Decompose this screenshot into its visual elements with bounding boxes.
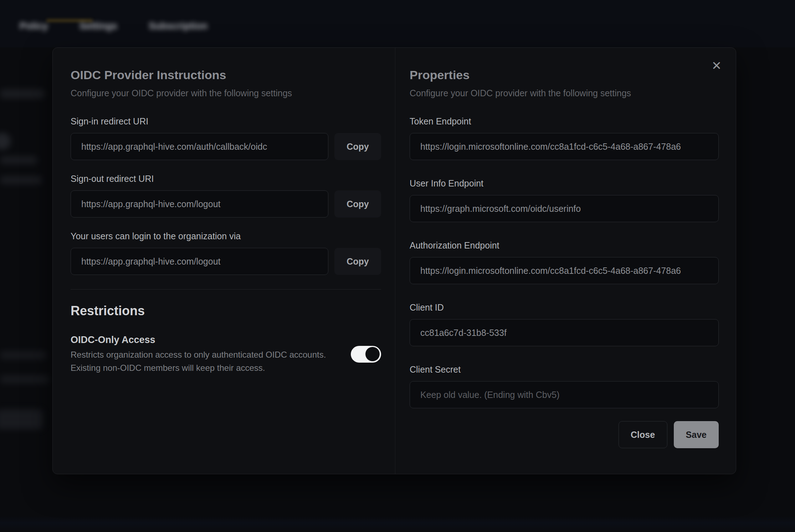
tab-policy[interactable]: Policy bbox=[20, 21, 48, 32]
signin-redirect-label: Sign-in redirect URI bbox=[71, 116, 381, 127]
properties-title: Properties bbox=[410, 67, 719, 82]
userinfo-endpoint-label: User Info Endpoint bbox=[410, 178, 719, 189]
signout-redirect-input[interactable] bbox=[71, 190, 328, 218]
background-blurred-button bbox=[0, 409, 43, 429]
login-via-label: Your users can login to the organization… bbox=[71, 231, 381, 241]
token-endpoint-label: Token Endpoint bbox=[410, 116, 719, 127]
userinfo-endpoint-input[interactable] bbox=[410, 195, 719, 222]
oidc-only-access-row: OIDC-Only Access Restricts organization … bbox=[71, 334, 381, 374]
field-group-login-via: Your users can login to the organization… bbox=[71, 231, 381, 275]
oidc-only-access-toggle[interactable] bbox=[351, 346, 381, 363]
active-tab-indicator bbox=[46, 19, 93, 22]
background-bottom-band bbox=[0, 516, 795, 531]
copy-signin-redirect-button[interactable]: Copy bbox=[334, 133, 381, 160]
toggle-thumb bbox=[365, 347, 380, 361]
client-secret-label: Client Secret bbox=[410, 364, 719, 375]
restrictions-heading: Restrictions bbox=[71, 303, 381, 319]
field-group-userinfo-endpoint: User Info Endpoint bbox=[410, 178, 719, 222]
properties-subtitle: Configure your OIDC provider with the fo… bbox=[410, 87, 719, 99]
copy-signout-redirect-button[interactable]: Copy bbox=[334, 190, 381, 218]
login-via-input[interactable] bbox=[71, 248, 328, 275]
field-group-authorization-endpoint: Authorization Endpoint bbox=[410, 240, 719, 284]
signout-redirect-label: Sign-out redirect URI bbox=[71, 173, 381, 184]
instructions-title: OIDC Provider Instructions bbox=[71, 67, 381, 82]
restrictions-divider bbox=[71, 289, 381, 290]
tab-settings[interactable]: Settings bbox=[80, 21, 118, 32]
oidc-instructions-section: OIDC Provider Instructions Configure you… bbox=[53, 48, 395, 474]
background-blurred-text bbox=[0, 351, 46, 359]
field-group-token-endpoint: Token Endpoint bbox=[410, 116, 719, 160]
instructions-subtitle: Configure your OIDC provider with the fo… bbox=[71, 87, 381, 99]
field-group-signout-redirect: Sign-out redirect URI Copy bbox=[71, 173, 381, 218]
authorization-endpoint-label: Authorization Endpoint bbox=[410, 240, 719, 251]
modal-footer: Close Save bbox=[410, 421, 719, 448]
field-group-client-id: Client ID bbox=[410, 302, 719, 346]
client-id-label: Client ID bbox=[410, 302, 719, 313]
field-group-signin-redirect: Sign-in redirect URI Copy bbox=[71, 116, 381, 160]
signin-redirect-input[interactable] bbox=[71, 133, 328, 160]
background-blurred-text bbox=[0, 156, 37, 164]
save-button[interactable]: Save bbox=[674, 421, 719, 448]
field-group-client-secret: Client Secret bbox=[410, 364, 719, 408]
background-blurred-text bbox=[0, 375, 49, 384]
background-blurred-badge bbox=[0, 133, 11, 150]
background-blurred-text bbox=[0, 89, 45, 98]
background-tab-bar: Policy Settings Subscription bbox=[20, 21, 207, 32]
authorization-endpoint-input[interactable] bbox=[410, 257, 719, 284]
oidc-only-access-title: OIDC-Only Access bbox=[71, 334, 344, 346]
tab-subscription[interactable]: Subscription bbox=[149, 21, 207, 32]
background-blurred-text bbox=[0, 176, 42, 184]
properties-section: Properties Configure your OIDC provider … bbox=[395, 48, 737, 474]
client-id-input[interactable] bbox=[410, 319, 719, 346]
token-endpoint-input[interactable] bbox=[410, 133, 719, 160]
copy-login-via-button[interactable]: Copy bbox=[334, 248, 381, 275]
client-secret-input[interactable] bbox=[410, 381, 719, 408]
oidc-settings-modal: ✕ OIDC Provider Instructions Configure y… bbox=[52, 47, 736, 474]
close-button[interactable]: Close bbox=[619, 421, 667, 448]
oidc-only-access-description: Restricts organization access to only au… bbox=[71, 348, 344, 374]
